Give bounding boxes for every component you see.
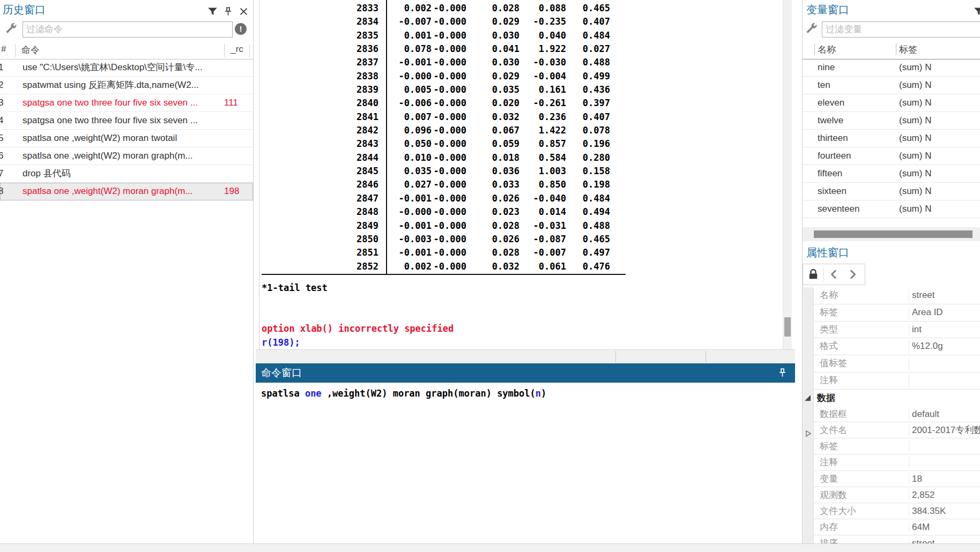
history-row[interactable]: 5spatlsa one ,weight(W2) moran twotail [0,130,253,147]
property-row[interactable]: 值标签 [814,355,980,372]
property-row[interactable]: 名称street [814,287,980,304]
results-row-id: 2848 [259,205,378,219]
variables-col-name[interactable]: 名称 [818,43,836,56]
variables-col-label[interactable]: 标签 [899,43,917,56]
variable-row[interactable]: eleven(sum) N [803,94,980,112]
results-table-row: 28360.078-0.0000.0411.9220.027 [259,42,610,56]
history-row-number: 2 [0,77,7,94]
variable-row[interactable]: thirteen(sum) N [803,130,980,147]
results-row-value: 0.032 [466,260,519,273]
error-filter-icon[interactable]: ! [235,23,247,35]
variables-hscrollbar[interactable] [803,227,980,241]
results-table-row: 2848-0.000-0.0000.0230.0140.494 [259,205,610,219]
command-text[interactable]: spatlsa one ,weight(W2) moran graph(mora… [261,388,546,399]
results-window: 28330.002-0.0000.0280.0880.4652834-0.007… [259,0,792,349]
variables-hscrollbar-thumb[interactable] [814,230,972,238]
results-table-row: 28330.002-0.0000.0280.0880.465 [259,2,610,15]
variable-row[interactable]: seventeen(sum) N [803,200,980,218]
pin-icon[interactable] [777,368,788,378]
property-row[interactable]: 格式%12.0g [814,338,980,355]
property-row[interactable]: 数据框default [814,406,980,422]
variable-row[interactable]: ten(sum) N [803,77,980,94]
variables-filter-input[interactable] [822,21,980,38]
close-icon[interactable] [239,4,249,14]
results-row-value: -0.000 [432,124,466,137]
variables-filter-row [803,20,980,40]
results-row-value: 0.028 [466,219,519,233]
history-row[interactable]: 7drop 县代码 [0,165,253,183]
results-table-row: 2849-0.001-0.0000.028-0.0310.488 [259,219,610,233]
results-row-value: -0.235 [519,15,566,28]
property-row[interactable]: 标签Area ID [814,304,980,322]
variable-row[interactable]: sixteen(sum) N [803,183,980,200]
results-scrollbar[interactable] [783,0,792,349]
results-row-id: 2841 [259,110,378,124]
results-scrollbar-thumb[interactable] [784,317,791,337]
property-row[interactable]: 排序street [814,535,980,543]
filter-icon[interactable] [974,4,980,14]
results-row-value: -0.030 [519,56,566,69]
wrench-icon[interactable] [805,23,819,36]
history-row[interactable]: 6spatlsa one ,weight(W2) moran graph(m..… [0,147,253,165]
history-row-number: 6 [0,147,7,165]
properties-panel-title: 属性窗口 [806,245,849,260]
lock-icon[interactable] [807,268,820,281]
results-row-id: 2838 [259,70,378,83]
property-label: 内存 [820,519,838,535]
results-row-value: 0.026 [466,192,519,205]
history-col-command[interactable]: 命令 [21,44,40,56]
results-row-value: -0.000 [432,56,466,69]
filter-icon[interactable] [207,4,218,14]
property-row[interactable]: 文件大小384.35K [814,503,980,519]
results-row-value: 0.040 [519,29,566,42]
properties-grid: 名称street标签Area ID类型int格式%12.0g值标签注释 数据 数… [803,287,980,543]
variable-row[interactable]: fifteen(sum) N [803,165,980,183]
variable-row[interactable]: fourteen(sum) N [803,147,980,165]
results-row-value: 0.041 [466,42,519,56]
variable-row[interactable]: twelve(sum) N [803,112,980,130]
results-row-value: 0.061 [519,260,566,273]
history-col-num[interactable]: # [1,44,16,57]
history-row[interactable]: 1use "C:\Users\姚宜林\Desktop\空间计量\专... [0,59,253,77]
property-row[interactable]: 标签 [814,438,980,454]
results-row-value: 0.484 [566,192,610,205]
property-row[interactable]: 内存64M [814,519,980,535]
property-divider [909,538,909,543]
history-filter-input[interactable] [23,21,233,38]
chevron-left-icon[interactable] [828,268,841,281]
variable-name: twelve [818,112,843,129]
results-row-value: 0.850 [519,178,566,191]
results-row-id: 2852 [259,260,378,273]
properties-data-section-header[interactable]: 数据 [814,390,980,406]
history-col-rc[interactable]: _rc [224,44,250,57]
property-row[interactable]: 类型int [814,322,980,339]
results-row-id: 2834 [259,15,378,28]
results-table-vline [386,0,387,274]
results-row-value: 0.033 [466,178,519,191]
results-row-value: 1.922 [519,42,566,56]
history-row[interactable]: 3spatgsa one two three four five six sev… [0,94,253,112]
results-row-value: -0.000 [432,192,466,205]
results-row-value: 1.003 [519,165,566,178]
results-row-id: 2839 [259,83,378,96]
chevron-right-icon[interactable] [846,268,859,281]
error-text: option [262,323,300,334]
results-row-value: 0.026 [466,233,519,246]
pin-icon[interactable] [223,4,233,14]
property-row[interactable]: 注释 [814,372,980,390]
history-row[interactable]: 4spatgsa one two three four five six sev… [0,112,253,130]
variable-row[interactable]: nine(sum) N [803,59,980,77]
history-row[interactable]: 2spatwmat using 反距离矩阵.dta,name(W2... [0,77,253,94]
triangle-collapsed-icon[interactable] [805,427,812,434]
triangle-expanded-icon[interactable] [805,395,811,401]
property-row[interactable]: 文件名2001-2017专利数 [814,422,980,438]
results-row-value: 0.032 [466,110,519,124]
property-row[interactable]: 观测数2,852 [814,487,980,503]
wrench-icon[interactable] [4,23,18,36]
property-row[interactable]: 注释 [814,454,980,471]
property-row[interactable]: 变量18 [814,471,980,487]
history-row[interactable]: 8spatlsa one ,weight(W2) moran graph(m..… [0,183,253,200]
results-row-value: 0.236 [519,110,566,124]
results-row-value: 0.036 [466,165,519,178]
command-input-area[interactable]: spatlsa one ,weight(W2) moran graph(mora… [256,383,795,543]
